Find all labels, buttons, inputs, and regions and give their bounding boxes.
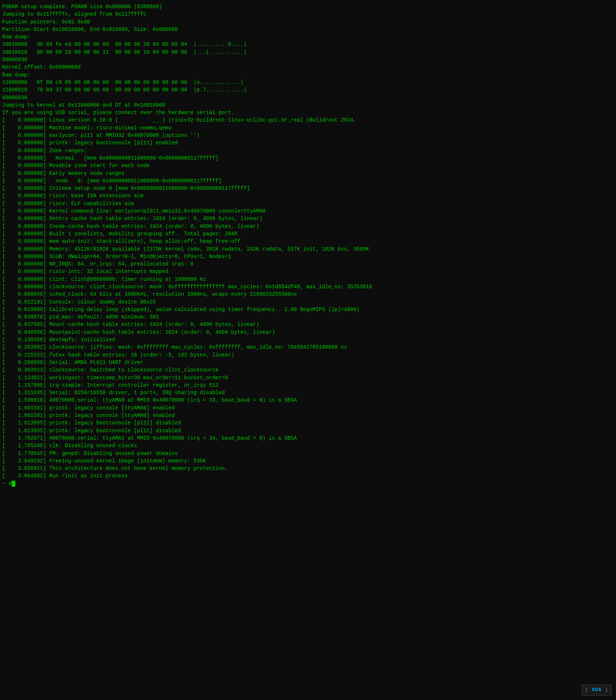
terminal-line: [ 0.138350] devtmpfs: initialized	[2, 336, 614, 343]
terminal-line: [ 0.000000] SLUB: HWalign=64, Order=0-1,…	[2, 253, 614, 260]
terminal-line: [ 0.000000] Movable zone start for each …	[2, 162, 614, 169]
terminal-line: [ 1.601581] printk: legacy console [ttyA…	[2, 404, 614, 412]
terminal-line: [ 0.019060] Calibrating delay loop (skip…	[2, 306, 614, 313]
terminal-line: [ 0.000000] Built 1 zonelists, mobility …	[2, 230, 614, 238]
terminal-line: [ 0.000000] Memory: 4512K/8192K availabl…	[2, 245, 614, 253]
cursor-block	[12, 481, 15, 487]
terminal-line: [ 0.260958] Serial: AMBA PL011 UART driv…	[2, 359, 614, 366]
terminal-line: [ 1.590818] 40070000.serial: ttyAMA0 at …	[2, 396, 614, 404]
terminal-line: If you are using USB serial, please conn…	[2, 109, 614, 116]
terminal-line: Function pointers: 0x82 0x80	[2, 18, 614, 26]
terminal-line: [ 0.000000] clint: clint@d0000000: timer…	[2, 276, 614, 283]
terminal-line: [ 1.765246] clk: Disabling unused clocks	[2, 442, 614, 449]
terminal-line: [ 0.000000] riscv: base ISA extensions a…	[2, 192, 614, 200]
terminal-line: [ 0.215153] futex hash table entries: 16…	[2, 351, 614, 359]
terminal-line: [ 0.000000] riscv: ELF capabilities aim	[2, 200, 614, 207]
terminal-line: [ 0.046996] Mountpoint-cache hash table …	[2, 329, 614, 336]
terminal-line: [ 0.037585] Mount-cache hash table entri…	[2, 321, 614, 328]
terminal-line: 11000000 6f 00 c0 05 00 00 00 00 00 00 0…	[2, 79, 614, 86]
terminal-line: [ 0.000000] earlycon: pl11 at MMIO32 0x4…	[2, 132, 614, 139]
terminal-line: Rom dump:	[2, 33, 614, 41]
terminal-line: [ 0.000000] clocksource: clint_clocksour…	[2, 283, 614, 291]
terminal-line: [ 3.649232] Freeing unused kernel image …	[2, 457, 614, 465]
xda-badge: [ XDA ]	[582, 685, 612, 696]
terminal-line: PSRAM setup complete. PSRAM size 0x80000…	[2, 3, 614, 10]
terminal-output: PSRAM setup complete. PSRAM size 0x80000…	[2, 3, 614, 480]
terminal-line: [ 0.000056] sched_clock: 64 bits at 1000…	[2, 291, 614, 298]
terminal-line: [ 1.601581] printk: legacy console [ttyA…	[2, 412, 614, 419]
terminal-line: [ 1.157800] irq-simple: Interrupt contro…	[2, 382, 614, 389]
terminal-line: [ 0.000000] NR_IRQS: 64, nr_irqs: 64, pr…	[2, 260, 614, 268]
terminal-line: [ 0.000000] Normal [mem 0x00000000110000…	[2, 154, 614, 162]
terminal-line: [ 1.702071] 40078000.serial: ttyAMA1 at …	[2, 434, 614, 442]
terminal-line: [ 0.000000] Initmem setup node 0 [mem 0x…	[2, 185, 614, 192]
terminal-line: Partition Start 0x10010000, End 0x810000…	[2, 26, 614, 33]
xda-bracket-right: ]	[605, 687, 608, 693]
terminal-line: [ 0.000000] Kernel command line: earlyco…	[2, 207, 614, 215]
terminal-line: [ 0.203502] clocksource: jiffies: mask: …	[2, 343, 614, 351]
terminal-line: [ 0.000000] Linux version 6.10.0 ( __ ) …	[2, 116, 614, 124]
terminal-line: [ 1.613955] printk: legacy bootconsole […	[2, 419, 614, 427]
prompt-line: ~ #	[2, 480, 614, 487]
terminal-line: Kernel offset: 0x0000060d	[2, 63, 614, 71]
xda-label: XDA	[592, 687, 601, 693]
terminal-line: 00000030	[2, 56, 614, 63]
terminal-line: [ 3.656911] This architecture does not h…	[2, 465, 614, 472]
terminal-line: [ 3.664682] Run /init as init process	[2, 472, 614, 480]
terminal-line: [ 0.000000] printk: legacy bootconsole […	[2, 139, 614, 147]
terminal-line: [ 0.000000] Zone ranges:	[2, 147, 614, 154]
terminal-line: Ram dump:	[2, 71, 614, 79]
terminal-line: [ 0.363913] clocksource: Switched to clo…	[2, 366, 614, 374]
terminal-line: [ 0.030878] pid_max: default: 4096 minim…	[2, 313, 614, 321]
terminal-line: [ 0.000000] Inode-cache hash table entri…	[2, 223, 614, 230]
terminal-line: [ 0.000000] mem auto-init: stack:all(zer…	[2, 238, 614, 245]
terminal-line: [ 1.770545] PM: genpd: Disabling unused …	[2, 450, 614, 457]
terminal-line: Jumping to kernel at 0x11000000 and DT a…	[2, 101, 614, 109]
terminal-line: 11000010 70 b9 37 00 00 00 00 00 00 00 0…	[2, 86, 614, 94]
prompt-text: ~ #	[2, 480, 12, 487]
terminal-line: [ 1.124821] workingset: timestamp_bits=3…	[2, 374, 614, 382]
terminal-line: 10010010 00 00 00 28 00 00 00 11 00 00 0…	[2, 48, 614, 56]
terminal-line: [ 0.000000] riscv-intc: 32 local interru…	[2, 268, 614, 275]
terminal-line: [ 0.000000] Dentry cache hash table entr…	[2, 215, 614, 222]
terminal-line: Jumping to 0x117ffffc, aligned from 0x11…	[2, 10, 614, 18]
terminal-line: [ 0.000000] node 0: [mem 0x0000000011000…	[2, 177, 614, 185]
terminal-line: 00000030	[2, 94, 614, 101]
terminal-line: [ 1.613955] printk: legacy bootconsole […	[2, 427, 614, 434]
xda-bracket-left: [	[585, 687, 588, 693]
terminal-line: [ 0.000000] Machine model: riscv-minimal…	[2, 124, 614, 132]
terminal-line: 10010000 d0 0d fe ed 00 00 06 0d 00 00 0…	[2, 41, 614, 48]
terminal-line: [ 0.012191] Console: colour dummy device…	[2, 298, 614, 306]
terminal-line: [ 0.000000] Early memory node ranges	[2, 170, 614, 177]
terminal-line: [ 1.311635] Serial: 8250/16550 driver, 1…	[2, 389, 614, 396]
